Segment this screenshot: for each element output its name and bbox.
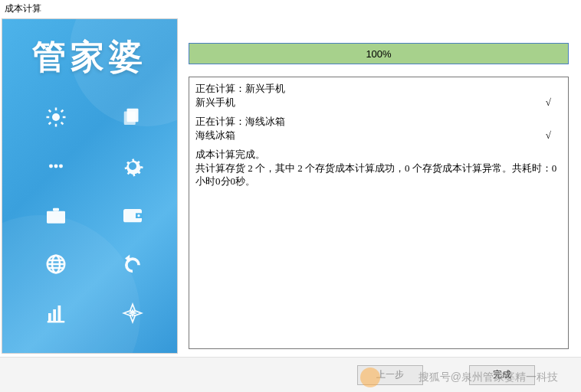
- check-icon: √: [546, 129, 562, 142]
- main-panel: 100% 正在计算：新兴手机 新兴手机 √ 正在计算：海线冰箱 海线冰箱 √ 成…: [181, 18, 579, 354]
- gear-icon: [119, 152, 146, 180]
- docs-icon: [119, 103, 146, 131]
- window-title: 成本计算: [0, 0, 581, 17]
- dialog-window: 成本计算 管家婆 100%: [0, 0, 581, 392]
- log-line: 共计算存货 2 个，其中 2 个存货成本计算成功，0 个存货成本计算异常。共耗时…: [195, 162, 562, 188]
- svg-rect-24: [48, 313, 51, 321]
- svg-point-18: [137, 214, 140, 217]
- log-line: 海线冰箱 √: [195, 129, 562, 142]
- svg-point-11: [49, 165, 53, 168]
- log-text: 新兴手机: [195, 96, 235, 109]
- svg-line-6: [61, 122, 64, 125]
- svg-point-12: [54, 165, 58, 168]
- prev-button[interactable]: 上一步: [357, 365, 423, 385]
- svg-line-7: [49, 122, 51, 125]
- content-area: 管家婆 100% 正在计算：新兴手机: [0, 17, 581, 355]
- brand-title: 管家婆: [2, 34, 177, 80]
- sidebar-icons: [33, 103, 156, 354]
- wallet-icon: [119, 201, 146, 229]
- button-bar: 上一步 完成: [0, 357, 581, 392]
- svg-rect-10: [124, 112, 136, 126]
- log-text: 海线冰箱: [195, 129, 235, 142]
- sidebar-banner: 管家婆: [2, 18, 178, 354]
- chart-icon: [42, 299, 70, 327]
- done-button[interactable]: 完成: [469, 365, 535, 385]
- svg-point-0: [52, 113, 60, 121]
- svg-line-5: [49, 110, 51, 113]
- log-line: 新兴手机 √: [195, 96, 562, 109]
- svg-rect-15: [53, 208, 59, 211]
- dots-icon: [42, 152, 70, 180]
- log-line: 成本计算完成。: [195, 148, 562, 162]
- globe-icon: [42, 250, 70, 278]
- log-line: 正在计算：新兴手机: [195, 82, 562, 96]
- check-icon: √: [546, 96, 562, 109]
- progress-bar: 100%: [189, 43, 569, 64]
- log-output: 正在计算：新兴手机 新兴手机 √ 正在计算：海线冰箱 海线冰箱 √ 成本计算完成…: [189, 77, 569, 349]
- svg-rect-14: [47, 211, 65, 224]
- star-icon: [119, 299, 146, 327]
- progress-label: 100%: [189, 44, 568, 64]
- pie-icon: [119, 348, 146, 354]
- undo-icon: [119, 250, 146, 278]
- svg-rect-25: [53, 309, 56, 321]
- svg-line-8: [61, 110, 64, 113]
- svg-rect-26: [58, 305, 61, 321]
- briefcase-icon: [42, 201, 70, 229]
- log-line: 正在计算：海线冰箱: [195, 115, 562, 129]
- sun-icon: [42, 103, 70, 131]
- svg-point-13: [59, 165, 63, 168]
